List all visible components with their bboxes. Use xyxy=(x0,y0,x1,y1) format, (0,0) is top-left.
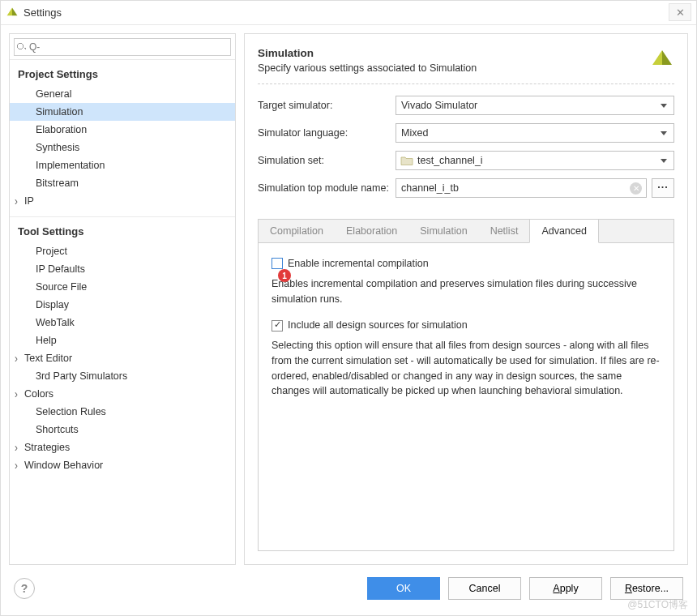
help-button[interactable]: ? xyxy=(14,578,35,599)
window-title: Settings xyxy=(24,6,62,19)
panel-subtitle: Specify various settings associated to S… xyxy=(258,62,477,74)
target-simulator-label: Target simulator: xyxy=(258,100,396,111)
sidebar-item-ip-defaults[interactable]: IP Defaults xyxy=(10,260,235,278)
simulator-language-label: Simulator language: xyxy=(258,127,396,139)
svg-marker-3 xyxy=(662,50,672,65)
sim-top-module-input[interactable] xyxy=(401,181,625,195)
apply-button[interactable]: Apply xyxy=(529,577,602,600)
enable-incremental-label: Enable incremental compilation xyxy=(288,256,429,272)
tab-content-advanced: Enable incremental compilation 1 Enables… xyxy=(259,243,673,423)
sidebar-item-shortcuts[interactable]: Shortcuts xyxy=(10,421,235,438)
simulation-set-label: Simulation set: xyxy=(258,155,396,166)
section-header-project: Project Settings xyxy=(10,59,235,85)
svg-marker-1 xyxy=(12,7,17,15)
panel-title: Simulation xyxy=(258,47,477,59)
svg-marker-2 xyxy=(652,50,662,65)
simulator-language-value: Mixed xyxy=(401,127,428,139)
settings-window: Settings ✕ Project Settings GeneralSimul… xyxy=(0,0,697,616)
include-all-sources-checkbox[interactable] xyxy=(272,320,283,332)
sidebar-item-text-editor[interactable]: Text Editor xyxy=(10,349,235,367)
settings-panel: Simulation Specify various settings asso… xyxy=(244,33,688,565)
sidebar-item-implementation[interactable]: Implementation xyxy=(10,156,235,174)
svg-marker-0 xyxy=(7,7,12,15)
tab-elaboration[interactable]: Elaboration xyxy=(335,220,408,242)
folder-icon xyxy=(400,155,413,169)
tool-settings-tree: ProjectIP DefaultsSource FileDisplayWebT… xyxy=(10,242,235,481)
dialog-body: Project Settings GeneralSimulationElabor… xyxy=(1,25,696,573)
sidebar-item-general[interactable]: General xyxy=(10,85,235,103)
panel-header: Simulation Specify various settings asso… xyxy=(258,47,674,84)
include-all-sources-desc: Selecting this option will ensure that a… xyxy=(272,338,661,399)
clear-input-icon[interactable]: ✕ xyxy=(630,182,642,195)
app-logo-icon xyxy=(6,6,19,19)
sidebar-item-elaboration[interactable]: Elaboration xyxy=(10,121,235,139)
sidebar-item-synthesis[interactable]: Synthesis xyxy=(10,139,235,156)
project-settings-tree: GeneralSimulationElaborationSynthesisImp… xyxy=(10,85,235,216)
sidebar-item-window-behavior[interactable]: Window Behavior xyxy=(10,456,235,474)
enable-incremental-desc: Enables incremental compilation and pres… xyxy=(272,276,661,307)
sidebar-item-simulation[interactable]: Simulation xyxy=(10,103,235,121)
sidebar-item-bitstream[interactable]: Bitstream xyxy=(10,174,235,192)
simulation-set-select[interactable]: test_channel_i xyxy=(396,151,674,170)
options-tabs-frame: CompilationElaborationSimulationNetlistA… xyxy=(258,219,674,551)
cancel-button[interactable]: Cancel xyxy=(448,577,521,600)
watermark-text: @51CTO博客 xyxy=(627,598,688,612)
sidebar-item-3rd-party-simulators[interactable]: 3rd Party Simulators xyxy=(10,367,235,385)
sidebar: Project Settings GeneralSimulationElabor… xyxy=(9,33,236,565)
close-icon: ✕ xyxy=(676,6,685,19)
simulation-form: Target simulator: Vivado Simulator Simul… xyxy=(258,84,674,211)
tab-compilation[interactable]: Compilation xyxy=(259,220,335,242)
tab-netlist[interactable]: Netlist xyxy=(479,220,530,242)
section-header-tool: Tool Settings xyxy=(10,216,235,242)
restore-button[interactable]: Restore... xyxy=(610,577,683,600)
sidebar-item-strategies[interactable]: Strategies xyxy=(10,438,235,456)
dialog-footer: ? OK Cancel Apply Restore... @51CTO博客 xyxy=(1,573,696,615)
titlebar: Settings ✕ xyxy=(1,1,696,25)
sidebar-item-source-file[interactable]: Source File xyxy=(10,278,235,296)
tab-simulation[interactable]: Simulation xyxy=(408,220,478,242)
window-close-button[interactable]: ✕ xyxy=(669,3,691,21)
sim-top-module-field-wrap: ✕ xyxy=(396,178,647,198)
sidebar-item-webtalk[interactable]: WebTalk xyxy=(10,314,235,332)
search-input[interactable] xyxy=(14,38,231,56)
sidebar-item-selection-rules[interactable]: Selection Rules xyxy=(10,403,235,421)
annotation-badge-1: 1 xyxy=(278,269,291,282)
tab-advanced[interactable]: Advanced xyxy=(529,220,599,243)
sidebar-item-help[interactable]: Help xyxy=(10,332,235,349)
sidebar-item-colors[interactable]: Colors xyxy=(10,385,235,403)
sidebar-item-display[interactable]: Display xyxy=(10,296,235,314)
simulation-set-value: test_channel_i xyxy=(417,155,483,166)
tabstrip: CompilationElaborationSimulationNetlistA… xyxy=(259,220,673,243)
browse-module-button[interactable]: ··· xyxy=(652,178,674,198)
vivado-logo-icon xyxy=(650,47,674,74)
enable-incremental-checkbox[interactable] xyxy=(272,258,283,269)
include-all-sources-label: Include all design sources for simulatio… xyxy=(288,318,468,333)
sim-top-module-label: Simulation top module name: xyxy=(258,182,396,194)
sidebar-item-ip[interactable]: IP xyxy=(10,192,235,210)
target-simulator-value: Vivado Simulator xyxy=(401,100,477,111)
target-simulator-select[interactable]: Vivado Simulator xyxy=(396,96,674,115)
sidebar-item-project[interactable]: Project xyxy=(10,242,235,260)
simulator-language-select[interactable]: Mixed xyxy=(396,123,674,143)
ok-button[interactable]: OK xyxy=(367,577,440,600)
